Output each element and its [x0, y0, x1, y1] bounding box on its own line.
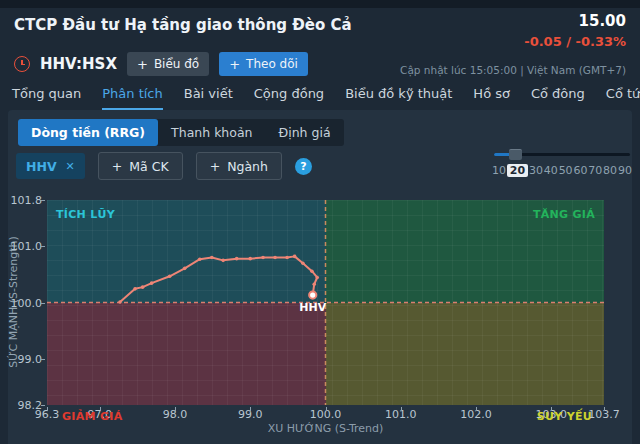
- ticker-tag-label: HHV: [26, 159, 57, 174]
- trail-option-10[interactable]: 10: [492, 164, 506, 177]
- top-strip: [0, 0, 640, 8]
- trail-point: [261, 256, 265, 260]
- trail-point: [141, 285, 145, 289]
- trail-point: [315, 276, 319, 280]
- trail-option-40[interactable]: 40: [544, 164, 558, 177]
- trail-point: [310, 269, 314, 273]
- trail-point: [273, 256, 277, 260]
- subtab-thanh-khoan[interactable]: Thanh khoản: [158, 119, 265, 146]
- follow-button[interactable]: + Theo dõi: [219, 52, 308, 76]
- trail-length-control: 10 20 30 40 50 60 70 80 90: [492, 149, 632, 177]
- x-tick-mark: [476, 407, 477, 411]
- trail-point: [198, 257, 202, 261]
- trail-option-50[interactable]: 50: [559, 164, 573, 177]
- trail-option-70[interactable]: 70: [588, 164, 602, 177]
- plus-icon: +: [229, 57, 240, 72]
- slider-handle[interactable]: [509, 149, 522, 160]
- clock-icon: [14, 56, 30, 72]
- trail-point: [150, 281, 154, 285]
- trail-option-30[interactable]: 30: [529, 164, 543, 177]
- trail-point: [293, 255, 297, 259]
- y-tick-label: 101.0: [2, 240, 42, 253]
- trail-point: [301, 261, 305, 265]
- x-tick-mark: [401, 407, 402, 411]
- main-tab-bar: Tổng quan Phân tích Bài viết Cộng đồng B…: [12, 86, 640, 110]
- trail-point: [285, 256, 289, 260]
- x-tick-mark: [250, 407, 251, 411]
- trail-point: [118, 300, 122, 304]
- plus-icon: +: [112, 159, 122, 174]
- tab-tong-quan[interactable]: Tổng quan: [12, 86, 81, 110]
- tab-ho-so[interactable]: Hồ sơ: [473, 86, 510, 110]
- x-tick-mark: [175, 407, 176, 411]
- trail-end-label: HHV: [299, 301, 326, 314]
- tab-co-tuc[interactable]: Cổ tức: [606, 86, 640, 110]
- trail-option-20-selected[interactable]: 20: [507, 164, 528, 177]
- x-tick-mark: [326, 407, 327, 411]
- follow-label: Theo dõi: [246, 57, 298, 71]
- ticker-symbol: HHV:HSX: [40, 55, 117, 73]
- tab-cong-dong[interactable]: Cộng đồng: [254, 86, 324, 110]
- quadrant-label-top-left: TÍCH LŨY: [56, 208, 115, 221]
- quadrant-label-bottom-right: SUY YẾU: [537, 410, 592, 423]
- help-icon[interactable]: ?: [295, 158, 312, 175]
- y-tick-mark: [41, 359, 45, 360]
- quadrant-label-top-right: TĂNG GIÁ: [533, 208, 595, 221]
- trail-point: [133, 287, 137, 291]
- add-industry-label: Ngành: [227, 159, 268, 174]
- trail-end-marker: [309, 291, 316, 298]
- trail-point: [248, 257, 252, 261]
- trail-point: [210, 256, 214, 260]
- add-industry-button[interactable]: + Ngành: [196, 152, 282, 180]
- rrg-trail-svg: HHV: [47, 200, 604, 405]
- x-tick-mark: [604, 407, 605, 411]
- rrg-chart: XU HƯỚNG (S-Trend) TÍCH LŨYTĂNG GIÁGIẢM …: [47, 200, 604, 405]
- trail-point: [183, 267, 187, 271]
- plus-icon: +: [137, 57, 148, 72]
- stock-analysis-page: CTCP Đầu tư Hạ tầng giao thông Đèo Cả 15…: [0, 0, 640, 444]
- x-axis-title: XU HƯỚNG (S-Trend): [268, 422, 384, 435]
- last-price: 15.00: [524, 12, 626, 30]
- updated-timestamp: Cập nhật lúc 15:05:00 | Việt Nam (GMT+7): [400, 64, 626, 76]
- add-symbol-button[interactable]: + Mã CK: [98, 152, 183, 180]
- y-tick-mark: [41, 200, 45, 201]
- add-chart-label: Biểu đồ: [154, 57, 199, 71]
- filter-row: HHV ✕ + Mã CK + Ngành ?: [16, 152, 312, 180]
- y-tick-label: 99.0: [2, 353, 42, 366]
- company-name: CTCP Đầu tư Hạ tầng giao thông Đèo Cả: [14, 16, 352, 34]
- y-tick-mark: [41, 246, 45, 247]
- tab-co-dong[interactable]: Cổ đông: [531, 86, 585, 110]
- y-tick-mark: [41, 303, 45, 304]
- trail-point: [168, 275, 172, 279]
- close-icon[interactable]: ✕: [66, 160, 75, 173]
- tab-bieu-do-ky-thuat[interactable]: Biểu đồ kỹ thuật: [345, 86, 452, 110]
- subtab-dinh-gia[interactable]: Định giá: [266, 119, 344, 146]
- y-tick-mark: [41, 405, 45, 406]
- trail-line-HHV: [120, 256, 317, 302]
- trail-option-80[interactable]: 80: [603, 164, 617, 177]
- y-tick-label: 100.0: [2, 297, 42, 310]
- trail-option-60[interactable]: 60: [573, 164, 587, 177]
- symbol-row: HHV:HSX + Biểu đồ + Theo dõi: [14, 52, 308, 76]
- price-box: 15.00 -0.05 / -0.33%: [524, 12, 626, 49]
- analysis-subtab-bar: Dòng tiền (RRG) Thanh khoản Định giá: [18, 119, 344, 146]
- add-symbol-label: Mã CK: [129, 159, 168, 174]
- ticker-filter-tag[interactable]: HHV ✕: [16, 153, 85, 179]
- trail-point: [312, 282, 316, 286]
- x-tick-mark: [47, 407, 48, 411]
- trail-point: [221, 259, 225, 263]
- add-chart-button[interactable]: + Biểu đồ: [127, 52, 209, 76]
- trail-option-90[interactable]: 90: [618, 164, 632, 177]
- tab-phan-tich[interactable]: Phân tích: [102, 86, 163, 110]
- subtab-dong-tien-rrg[interactable]: Dòng tiền (RRG): [18, 119, 158, 146]
- trail-length-slider[interactable]: [494, 153, 630, 156]
- quadrant-label-bottom-left: GIẢM GIÁ: [62, 410, 122, 423]
- plus-icon: +: [210, 159, 220, 174]
- trail-length-options: 10 20 30 40 50 60 70 80 90: [492, 164, 632, 177]
- price-change: -0.05 / -0.33%: [524, 34, 626, 49]
- y-tick-label: 101.8: [2, 194, 42, 207]
- trail-point: [235, 257, 239, 261]
- tab-bai-viet[interactable]: Bài viết: [184, 86, 233, 110]
